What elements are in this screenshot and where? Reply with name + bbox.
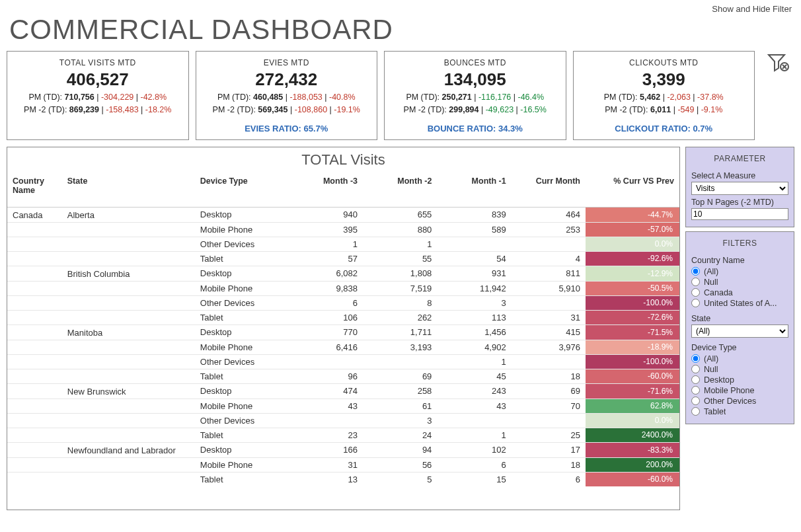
state <box>62 457 195 472</box>
curr-month: 18 <box>512 457 586 472</box>
radio-label: Mobile Phone <box>704 386 754 395</box>
country <box>7 354 62 369</box>
curr-month: 464 <box>512 207 586 222</box>
month-3: 43 <box>289 399 363 413</box>
month-2: 61 <box>363 399 437 413</box>
filters-header: FILTERS <box>691 236 788 253</box>
device-filter-option[interactable]: Desktop <box>691 375 788 385</box>
table-row: Mobile Phone395880589253-57.0% <box>7 222 679 237</box>
radio-input[interactable] <box>691 354 700 363</box>
device-type: Mobile Phone <box>195 222 289 237</box>
month-3: 6,416 <box>289 340 363 354</box>
col-header[interactable]: Month -1 <box>437 172 511 208</box>
state <box>62 413 195 428</box>
device-filter-option[interactable]: Other Devices <box>691 396 788 406</box>
radio-input[interactable] <box>691 397 700 405</box>
month-1 <box>437 413 511 428</box>
month-3: 23 <box>289 428 363 442</box>
curr-month: 6 <box>512 472 586 486</box>
radio-input[interactable] <box>691 267 700 276</box>
radio-input[interactable] <box>691 288 700 297</box>
state <box>62 310 195 324</box>
country <box>7 251 62 266</box>
radio-input[interactable] <box>691 299 700 307</box>
curr-month: 253 <box>512 222 586 237</box>
radio-input[interactable] <box>691 407 700 416</box>
kpi-value: 134,095 <box>390 69 560 91</box>
col-header[interactable]: State <box>62 172 195 208</box>
curr-month: 70 <box>512 399 586 413</box>
country-filter-option[interactable]: Null <box>691 277 788 287</box>
state-select[interactable]: (All) <box>691 324 788 338</box>
month-1: 243 <box>437 383 511 399</box>
col-header[interactable]: Country Name <box>7 172 62 208</box>
state: Manitoba <box>62 324 195 340</box>
pct-change: -12.9% <box>586 266 679 281</box>
radio-input[interactable] <box>691 386 700 395</box>
table-row: Other Devices1-100.0% <box>7 354 679 369</box>
col-header[interactable]: Curr Month <box>512 172 586 208</box>
kpi-label: EVIES MTD <box>202 57 372 69</box>
device-type: Tablet <box>195 369 289 383</box>
radio-label: Tablet <box>704 407 726 416</box>
filter-toggle-icon[interactable] <box>761 51 794 75</box>
curr-month <box>512 413 586 428</box>
country <box>7 428 62 442</box>
pct-change: 0.0% <box>586 413 679 428</box>
month-1 <box>437 237 511 251</box>
country-filter-option[interactable]: Canada <box>691 287 788 298</box>
state: British Columbia <box>62 266 195 281</box>
month-2: 94 <box>363 442 437 457</box>
month-1: 43 <box>437 399 511 413</box>
device-type: Mobile Phone <box>195 281 289 295</box>
col-header[interactable]: Month -3 <box>289 172 363 208</box>
month-2: 56 <box>363 457 437 472</box>
radio-label: United States of A... <box>704 299 777 308</box>
table-row: Other Devices30.0% <box>7 413 679 428</box>
col-header[interactable]: Device Type <box>195 172 289 208</box>
pct-change: -60.0% <box>586 369 679 383</box>
month-3: 940 <box>289 207 363 222</box>
table-scroll[interactable]: Country NameStateDevice TypeMonth -3Mont… <box>7 172 679 510</box>
country-filter-label: Country Name <box>691 256 788 265</box>
table-row: Other Devices683-100.0% <box>7 295 679 310</box>
device-type: Desktop <box>195 207 289 222</box>
col-header[interactable]: % Curr VS Prev <box>586 172 679 208</box>
radio-input[interactable] <box>691 278 700 286</box>
curr-month: 18 <box>512 369 586 383</box>
curr-month: 415 <box>512 324 586 340</box>
measure-select[interactable]: Visits <box>691 182 788 195</box>
month-3 <box>289 413 363 428</box>
kpi-ratio: EVIES RATIO: 65.7% <box>202 122 372 135</box>
pct-change: 0.0% <box>586 237 679 251</box>
radio-input[interactable] <box>691 365 700 373</box>
device-filter-option[interactable]: Mobile Phone <box>691 385 788 396</box>
device-filter-option[interactable]: Null <box>691 364 788 375</box>
month-1: 3 <box>437 295 511 310</box>
country-filter-option[interactable]: (All) <box>691 266 788 277</box>
month-3: 770 <box>289 324 363 340</box>
state <box>62 399 195 413</box>
month-3: 106 <box>289 310 363 324</box>
month-3: 6 <box>289 295 363 310</box>
radio-input[interactable] <box>691 375 700 384</box>
radio-label: Desktop <box>704 375 734 385</box>
device-filter-option[interactable]: Tablet <box>691 406 788 417</box>
curr-month: 25 <box>512 428 586 442</box>
col-header[interactable]: Month -2 <box>363 172 437 208</box>
device-filter-option[interactable]: (All) <box>691 354 788 364</box>
topn-input[interactable] <box>691 208 788 220</box>
pct-change: -100.0% <box>586 354 679 369</box>
device-type: Mobile Phone <box>195 340 289 354</box>
state <box>62 340 195 354</box>
curr-month: 5,910 <box>512 281 586 295</box>
month-2: 69 <box>363 369 437 383</box>
show-hide-filter-link[interactable]: Show and Hide Filter <box>0 0 801 14</box>
kpi-card: BOUNCES MTD 134,095 PM (TD): 250,271 | -… <box>384 51 566 140</box>
country-filter-option[interactable]: United States of A... <box>691 298 788 309</box>
table-row: Tablet10626211331-72.6% <box>7 310 679 324</box>
month-2: 24 <box>363 428 437 442</box>
month-3: 9,838 <box>289 281 363 295</box>
month-1: 113 <box>437 310 511 324</box>
kpi-label: TOTAL VISITS MTD <box>13 57 183 69</box>
